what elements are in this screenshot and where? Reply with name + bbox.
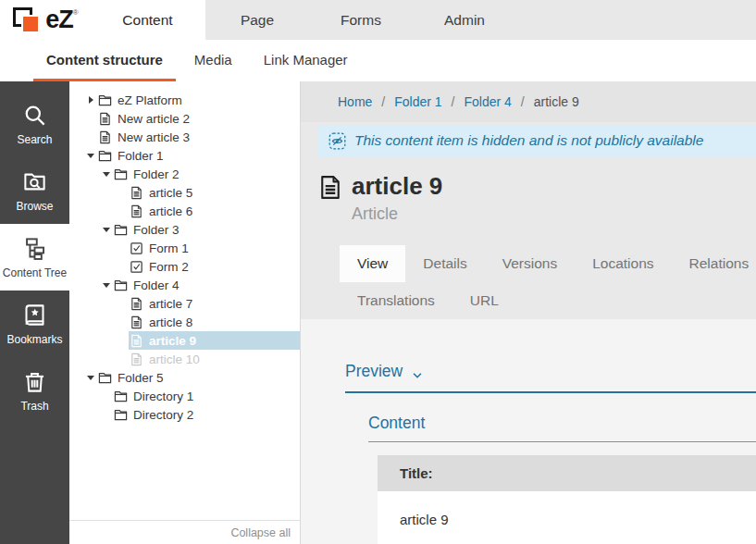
collapse-all-button[interactable]: Collapse all (69, 520, 300, 544)
tab-content: Preview Content Title: article 9 (301, 319, 756, 544)
tree-item-directory-2[interactable]: Directory 2 (69, 405, 300, 424)
tree-item-folder-2[interactable]: Folder 2 (69, 165, 300, 183)
content-tree-icon (22, 236, 47, 261)
tab-locations[interactable]: Locations (575, 245, 671, 282)
subnav-tab-link-manager[interactable]: Link Manager (251, 40, 361, 81)
expander-expanded-icon[interactable] (100, 228, 113, 232)
ez-logo-text: eZ® (45, 7, 77, 32)
tree-rows: eZ PlatformNew article 2New article 3Fol… (69, 91, 300, 424)
article-icon (130, 297, 143, 311)
tree-item-article-9[interactable]: article 9 (69, 331, 300, 350)
tree-item-label: Folder 3 (133, 223, 180, 237)
top-tabs: ContentPageFormsAdmin (90, 0, 516, 40)
article-icon (130, 315, 143, 329)
tab-versions[interactable]: Versions (485, 245, 575, 282)
tree-item-directory-1[interactable]: Directory 1 (69, 387, 300, 405)
top-bar: eZ® ContentPageFormsAdmin (0, 0, 756, 40)
hidden-eye-icon (328, 132, 346, 150)
folder-icon (98, 93, 112, 107)
expander-expanded-icon[interactable] (100, 172, 113, 177)
tab-details[interactable]: Details (405, 245, 484, 282)
sidebar-item-bookmarks[interactable]: Bookmarks (0, 291, 69, 357)
article-icon (130, 186, 143, 200)
sidebar-item-browse[interactable]: Browse (0, 157, 69, 224)
breadcrumb-separator: / (452, 94, 455, 109)
tree-item-folder-5[interactable]: Folder 5 (69, 368, 300, 387)
expander-expanded-icon[interactable] (84, 154, 97, 158)
sidebar-item-trash[interactable]: Trash (0, 357, 69, 424)
subnav-tab-content-structure[interactable]: Content structure (33, 40, 176, 81)
content-tabs: ViewDetailsVersionsLocationsRelations Tr… (340, 245, 756, 319)
article-icon (130, 204, 143, 218)
content-section: Content Title: article 9 (368, 414, 756, 544)
folder-icon (114, 389, 128, 403)
tree-item-article-7[interactable]: article 7 (69, 294, 300, 313)
expander-collapsed-icon[interactable] (84, 96, 97, 104)
sidebar-item-label: Search (17, 133, 52, 146)
breadcrumb-separator: / (381, 94, 385, 109)
top-tab-forms[interactable]: Forms (309, 0, 413, 40)
top-tab-admin[interactable]: Admin (413, 0, 516, 40)
tree-item-label: article 6 (149, 204, 192, 218)
folder-icon (114, 167, 128, 181)
tree-item-article-8[interactable]: article 8 (69, 313, 300, 331)
ez-logo[interactable]: eZ® (0, 0, 90, 40)
sidebar-item-label: Trash (20, 400, 48, 413)
tree-item-form-1[interactable]: Form 1 (69, 239, 300, 257)
sub-navigation: Content structureMediaLink Manager (0, 40, 756, 81)
sidebar-item-content-tree[interactable]: Content Tree (0, 224, 69, 291)
tree-item-label: article 7 (149, 297, 192, 311)
tree-item-folder-4[interactable]: Folder 4 (69, 276, 300, 294)
preview-toggle[interactable]: Preview (345, 362, 756, 393)
tree-item-article-6[interactable]: article 6 (69, 202, 300, 220)
tree-item-new-article-3[interactable]: New article 3 (69, 128, 300, 146)
breadcrumb-link-folder-4[interactable]: Folder 4 (465, 94, 512, 109)
tree-item-ez-platform[interactable]: eZ Platform (69, 91, 300, 109)
page-title: article 9 (352, 172, 442, 200)
field-table: Title: article 9 (378, 455, 756, 544)
tree-item-folder-3[interactable]: Folder 3 (69, 220, 300, 239)
expander-expanded-icon[interactable] (100, 283, 113, 288)
tree-item-label: Directory 1 (133, 389, 193, 403)
search-icon (22, 103, 47, 128)
tree-item-label: article 5 (149, 186, 192, 200)
tree-item-form-2[interactable]: Form 2 (69, 257, 300, 276)
form-icon (130, 260, 143, 274)
tree-item-article-5[interactable]: article 5 (69, 183, 300, 202)
breadcrumb: Home/Folder 1/Folder 4/article 9 (301, 81, 756, 122)
breadcrumb-link-home[interactable]: Home (338, 94, 372, 109)
subnav-tab-media[interactable]: Media (181, 40, 245, 81)
left-sidebar: SearchBrowseContent TreeBookmarksTrash (0, 81, 69, 544)
article-icon (98, 130, 112, 144)
tree-item-new-article-2[interactable]: New article 2 (69, 109, 300, 128)
tree-item-article-10[interactable]: article 10 (69, 350, 300, 368)
sidebar-item-search[interactable]: Search (0, 91, 69, 157)
tree-item-label: Folder 1 (118, 149, 164, 163)
field-value: article 9 (378, 491, 756, 544)
top-tab-page[interactable]: Page (205, 0, 309, 40)
breadcrumb-link-folder-1[interactable]: Folder 1 (394, 94, 441, 109)
sidebar-item-label: Bookmarks (6, 333, 62, 346)
tab-view[interactable]: View (340, 245, 405, 282)
registered-mark: ® (73, 8, 78, 17)
tree-item-folder-1[interactable]: Folder 1 (69, 146, 300, 165)
breadcrumb-current: article 9 (534, 94, 579, 109)
tree-item-label: Folder 2 (133, 167, 180, 181)
article-icon (130, 334, 143, 348)
tab-translations[interactable]: Translations (340, 282, 452, 319)
folder-icon (98, 149, 112, 163)
form-icon (130, 241, 143, 255)
preview-label: Preview (345, 362, 403, 381)
tab-relations[interactable]: Relations (672, 245, 756, 282)
article-icon (98, 112, 112, 126)
content-header: article 9 Article (301, 156, 756, 224)
breadcrumb-separator: / (521, 94, 525, 109)
tab-url[interactable]: URL (452, 282, 516, 319)
sidebar-item-label: Browse (16, 200, 53, 213)
tree-item-label: New article 3 (118, 130, 190, 144)
ez-logo-icon (12, 5, 45, 36)
expander-expanded-icon[interactable] (84, 376, 97, 380)
content-section-heading: Content (368, 414, 756, 442)
top-tab-content[interactable]: Content (90, 0, 205, 40)
tree-item-label: Folder 5 (118, 371, 164, 385)
